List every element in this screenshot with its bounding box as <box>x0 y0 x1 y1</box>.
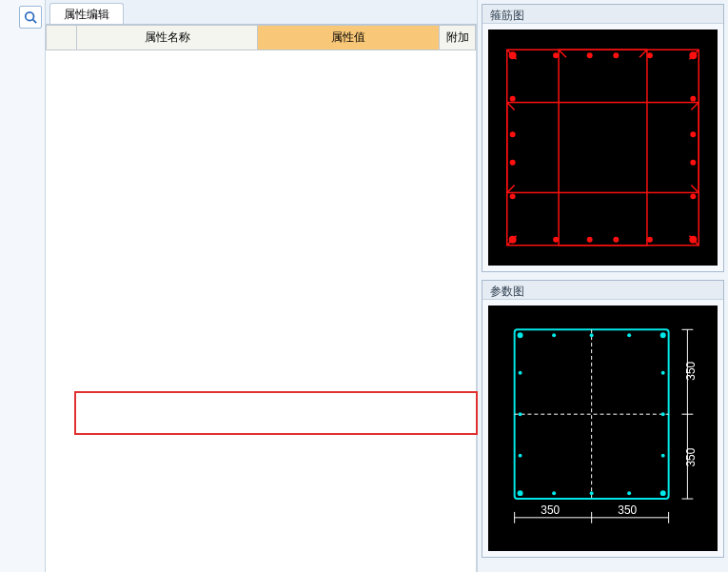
dim-h2: 350 <box>684 447 698 466</box>
rebar-diagram <box>488 30 718 266</box>
tab-bar: 属性编辑 <box>46 0 477 25</box>
svg-point-40 <box>519 454 522 458</box>
col-header-name: 属性名称 <box>77 26 258 50</box>
search-button[interactable] <box>19 6 42 29</box>
svg-point-9 <box>553 52 559 58</box>
svg-point-11 <box>613 52 619 58</box>
col-header-index <box>47 26 77 50</box>
svg-point-28 <box>518 332 523 338</box>
svg-point-14 <box>587 237 593 243</box>
param-panel: 参数图 <box>482 280 724 558</box>
svg-point-20 <box>510 193 516 199</box>
svg-point-37 <box>627 491 631 495</box>
svg-point-19 <box>510 160 516 166</box>
svg-point-32 <box>552 333 556 337</box>
svg-point-7 <box>509 236 517 244</box>
property-table-wrap: 属性名称 属性值 附加 <box>46 25 477 572</box>
svg-point-35 <box>552 491 556 495</box>
left-rail <box>0 0 46 572</box>
svg-point-12 <box>647 52 653 58</box>
svg-point-5 <box>509 51 517 59</box>
property-table: 属性名称 属性值 附加 <box>46 25 476 50</box>
dim-b1: 350 <box>541 503 560 517</box>
dim-b2: 350 <box>618 503 637 517</box>
svg-line-1 <box>33 20 37 24</box>
right-column: 箍筋图 <box>477 0 728 572</box>
svg-point-42 <box>661 412 665 416</box>
svg-point-33 <box>590 333 594 337</box>
svg-point-18 <box>510 131 516 137</box>
svg-point-13 <box>553 237 559 243</box>
param-diagram: 350 350 350 350 <box>488 306 718 551</box>
search-icon <box>24 10 37 24</box>
svg-point-17 <box>510 96 516 102</box>
svg-point-38 <box>519 371 522 375</box>
svg-point-36 <box>590 491 594 495</box>
svg-point-41 <box>661 371 665 375</box>
tab-property-edit[interactable]: 属性编辑 <box>49 3 124 24</box>
col-header-value: 属性值 <box>258 26 440 50</box>
rebar-panel-title: 箍筋图 <box>482 5 723 24</box>
svg-point-29 <box>660 332 666 338</box>
col-header-extra: 附加 <box>440 26 476 50</box>
main-panel: 属性编辑 属性名称 属性值 附加 <box>46 0 477 572</box>
svg-point-10 <box>587 52 593 58</box>
svg-point-0 <box>26 12 34 21</box>
svg-point-21 <box>690 96 696 102</box>
svg-point-39 <box>519 412 522 416</box>
svg-rect-3 <box>559 49 647 245</box>
svg-point-23 <box>690 160 696 166</box>
svg-point-6 <box>689 51 697 59</box>
svg-point-22 <box>690 131 696 137</box>
svg-point-31 <box>660 490 666 496</box>
svg-point-16 <box>647 237 653 243</box>
rebar-panel: 箍筋图 <box>482 4 724 272</box>
svg-point-34 <box>627 333 631 337</box>
svg-point-8 <box>689 236 697 244</box>
svg-point-15 <box>613 237 619 243</box>
svg-rect-4 <box>507 103 698 193</box>
svg-rect-2 <box>507 49 698 245</box>
param-panel-title: 参数图 <box>482 281 723 300</box>
dim-h1: 350 <box>684 361 698 380</box>
svg-point-30 <box>518 490 523 496</box>
svg-point-24 <box>690 193 696 199</box>
svg-point-43 <box>661 454 665 458</box>
